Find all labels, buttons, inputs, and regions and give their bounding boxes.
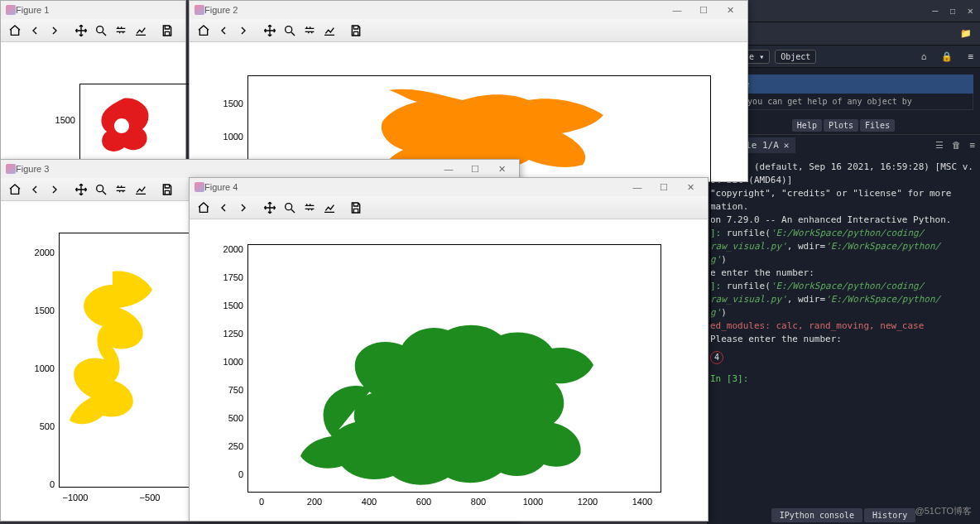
back-icon[interactable] — [214, 199, 233, 217]
figure-2-min-button[interactable]: — — [665, 2, 689, 17]
ytick: 1000 — [22, 363, 55, 373]
figure-1-plot: 1500 — [1, 42, 185, 165]
figure-4-plot: 2000 1750 1500 1250 1000 750 500 250 0 0… — [190, 219, 708, 521]
pan-icon[interactable] — [261, 199, 279, 217]
figure-3-close-button[interactable]: ✕ — [489, 161, 514, 176]
figure-3-min-button[interactable]: — — [436, 161, 461, 176]
console-menu-icon[interactable]: ≡ — [969, 140, 975, 151]
ide-close-button[interactable]: ✕ — [968, 5, 973, 17]
pan-icon[interactable] — [72, 22, 90, 40]
figure-4-close-button[interactable]: ✕ — [678, 180, 703, 195]
configure-icon[interactable] — [300, 199, 319, 217]
ytick: 0 — [210, 469, 243, 479]
zoom-icon[interactable] — [92, 180, 110, 199]
usage-hint: Here you can get help of any object by — [713, 94, 973, 110]
matplotlib-logo-icon — [6, 164, 16, 174]
ytick: 2000 — [22, 248, 55, 257]
ytick: 1250 — [210, 329, 243, 339]
figure-4-window[interactable]: Figure 4 — ☐ ✕ 2000 1750 1500 1250 1000 … — [189, 177, 709, 522]
figure-2-close-button[interactable]: ✕ — [718, 2, 742, 17]
ytick: 1500 — [210, 300, 243, 310]
figure-4-toolbar — [190, 196, 708, 219]
matplotlib-logo-icon — [195, 182, 204, 192]
tab-files[interactable]: Files — [860, 119, 895, 132]
edit-icon[interactable] — [320, 199, 339, 217]
home-icon[interactable] — [6, 22, 24, 40]
configure-icon[interactable] — [112, 180, 130, 199]
xtick: 1400 — [630, 497, 655, 507]
figure-3-max-button[interactable]: ☐ — [463, 161, 488, 176]
console-tab-close-icon[interactable]: ✕ — [784, 140, 790, 151]
menu-icon[interactable]: ≡ — [968, 51, 973, 62]
figure-3-titlebar[interactable]: Figure 3 — ☐ ✕ — [1, 160, 519, 178]
figure-2-titlebar[interactable]: Figure 2 — ☐ ✕ — [190, 1, 747, 19]
ytick: 1500 — [22, 305, 55, 315]
ytick: 1750 — [210, 272, 243, 282]
save-icon[interactable] — [158, 22, 176, 40]
svg-point-0 — [97, 26, 103, 32]
home-icon[interactable] — [6, 180, 24, 199]
home-icon[interactable] — [195, 22, 213, 40]
xtick: 1000 — [521, 497, 545, 507]
edit-icon[interactable] — [320, 22, 339, 40]
matplotlib-logo-icon — [6, 5, 16, 15]
home-icon[interactable] — [195, 199, 213, 217]
figure-2-max-button[interactable]: ☐ — [691, 2, 716, 17]
scatter-cluster — [268, 257, 649, 488]
ytick: 1000 — [210, 357, 243, 367]
xtick: 600 — [411, 497, 436, 507]
configure-icon[interactable] — [300, 22, 319, 40]
figure-4-titlebar[interactable]: Figure 4 — ☐ ✕ — [190, 178, 708, 196]
pan-icon[interactable] — [72, 180, 90, 199]
tab-ipython-console[interactable]: IPython console — [771, 508, 862, 522]
xtick: −500 — [133, 493, 166, 502]
back-icon[interactable] — [26, 22, 44, 40]
usage-header: Usage — [713, 75, 973, 94]
ytick: 500 — [22, 421, 55, 431]
console-output[interactable]: n 3.9.7 (default, Sep 16 2021, 16:59:28)… — [707, 156, 980, 391]
save-icon[interactable] — [158, 180, 176, 199]
zoom-icon[interactable] — [92, 22, 110, 40]
edit-icon[interactable] — [132, 22, 150, 40]
svg-point-1 — [286, 26, 292, 32]
xtick: −1000 — [59, 493, 92, 502]
figure-1-titlebar[interactable]: Figure 1 — [1, 1, 185, 19]
ytick: 2000 — [210, 244, 243, 254]
ide-max-button[interactable]: ☐ — [950, 5, 956, 17]
console-options-icon[interactable]: ☰ — [935, 140, 944, 151]
save-icon[interactable] — [347, 22, 365, 40]
forward-icon[interactable] — [234, 199, 252, 217]
figure-4-max-button[interactable]: ☐ — [651, 180, 676, 195]
figure-2-window[interactable]: Figure 2 — ☐ ✕ 1500 1000 — [189, 0, 748, 182]
tab-plots[interactable]: Plots — [824, 119, 858, 132]
figure-1-window[interactable]: Figure 1 1500 — [0, 0, 186, 166]
figure-4-min-button[interactable]: — — [625, 180, 650, 195]
figure-1-title: Figure 1 — [16, 5, 49, 15]
svg-point-2 — [97, 185, 103, 191]
back-icon[interactable] — [214, 22, 233, 40]
figure-3-title: Figure 3 — [16, 164, 49, 174]
xtick: 200 — [302, 497, 327, 507]
tab-help[interactable]: Help — [792, 119, 822, 132]
object-selector[interactable]: Object — [775, 50, 816, 64]
back-icon[interactable] — [26, 180, 44, 199]
lock-icon[interactable]: 🔒 — [941, 51, 953, 62]
open-folder-icon[interactable]: 📁 — [960, 28, 972, 39]
pan-icon[interactable] — [261, 22, 279, 40]
home-icon[interactable]: ⌂ — [921, 51, 927, 62]
edit-icon[interactable] — [132, 180, 150, 199]
tab-history[interactable]: History — [864, 508, 915, 522]
zoom-icon[interactable] — [281, 199, 299, 217]
save-icon[interactable] — [347, 199, 365, 217]
xtick: 1200 — [575, 497, 600, 507]
forward-icon[interactable] — [46, 180, 64, 199]
figure-2-title: Figure 2 — [204, 5, 238, 15]
next-prompt[interactable]: In [3]: — [710, 373, 748, 384]
console-trash-icon[interactable]: 🗑 — [952, 140, 961, 151]
zoom-icon[interactable] — [281, 22, 299, 40]
forward-icon[interactable] — [234, 22, 252, 40]
configure-icon[interactable] — [112, 22, 130, 40]
forward-icon[interactable] — [46, 22, 64, 40]
figure-1-toolbar — [1, 19, 185, 42]
ide-min-button[interactable]: — — [932, 5, 938, 17]
